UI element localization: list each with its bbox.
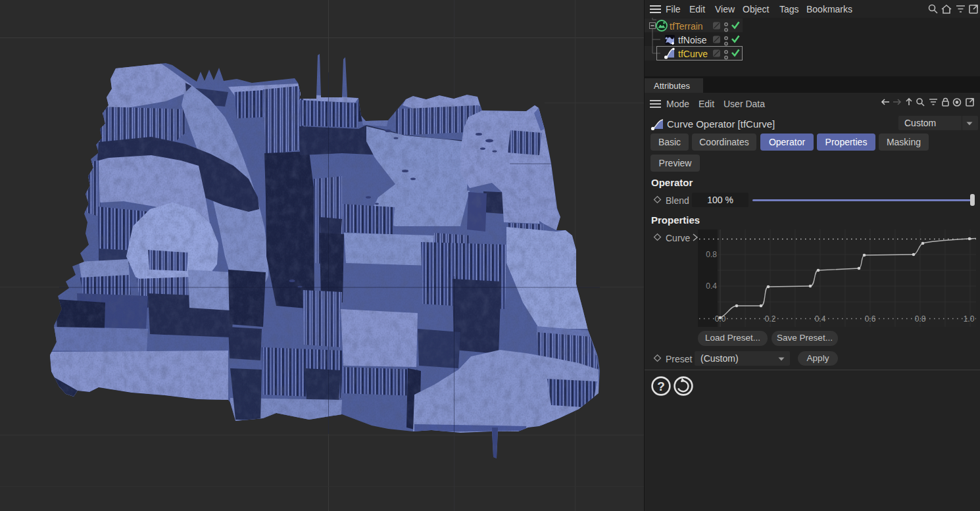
svg-text:0.4: 0.4 xyxy=(815,314,826,324)
svg-text:1.0: 1.0 xyxy=(964,314,975,324)
svg-text:0.8: 0.8 xyxy=(706,250,717,259)
svg-text:0.6: 0.6 xyxy=(865,314,876,324)
svg-text:?: ? xyxy=(657,379,665,393)
svg-text:0.4: 0.4 xyxy=(706,281,717,291)
svg-text:0.2: 0.2 xyxy=(765,314,776,324)
svg-text:0.8: 0.8 xyxy=(915,314,926,324)
